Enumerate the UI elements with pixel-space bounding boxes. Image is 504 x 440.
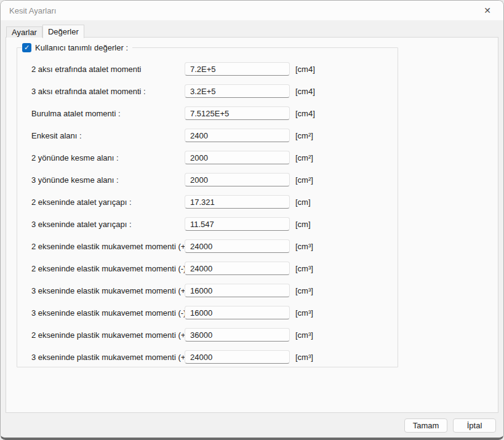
fields-list: 2 aksı etrafında atalet momenti [cm4] 3 … xyxy=(31,62,391,372)
user-defined-values-checkbox[interactable]: ✓ xyxy=(22,43,31,52)
dialog-kesit-ayarlari: Kesit Ayarları ✕ Ayarlar Değerler ✓ Kull… xyxy=(0,0,504,440)
field-row: 3 aksı etrafında atalet momenti : [cm4] xyxy=(31,84,391,98)
field-value-input[interactable] xyxy=(185,173,290,186)
field-label: 3 ekseninde plastik mukavemet momenti (+… xyxy=(31,353,185,362)
window-title: Kesit Ayarları xyxy=(9,6,56,15)
field-row: Enkesit alanı : [cm²] xyxy=(31,129,391,142)
field-value-input[interactable] xyxy=(185,151,290,164)
field-unit: [cm²] xyxy=(295,175,313,185)
field-unit: [cm³] xyxy=(295,242,313,251)
field-label: 3 ekseninde atalet yarıçapı : xyxy=(31,220,185,229)
field-value-input[interactable] xyxy=(185,306,290,319)
field-row: 2 ekseninde plastik mukavemet momenti (+… xyxy=(31,328,391,342)
field-label: 2 yönünde kesme alanı : xyxy=(31,153,185,162)
user-defined-values-group: ✓ Kullanıcı tanımlı değerler : 2 aksı et… xyxy=(17,47,398,367)
field-value-input[interactable] xyxy=(185,239,290,253)
close-icon[interactable]: ✕ xyxy=(475,1,500,20)
field-row: 3 ekseninde elastik mukavemet momenti (+… xyxy=(31,284,391,297)
field-value-input[interactable] xyxy=(185,62,290,76)
tab-page-degerler: ✓ Kullanıcı tanımlı değerler : 2 aksı et… xyxy=(6,37,498,413)
field-label: 3 ekseninde elastik mukavemet momenti (-… xyxy=(31,308,185,318)
tab-strip: Ayarlar Değerler xyxy=(6,25,84,38)
field-label: 2 ekseninde elastik mukavemet momenti (+… xyxy=(31,242,185,251)
footer: Tamam İptal xyxy=(1,413,503,438)
field-value-input[interactable] xyxy=(185,284,290,297)
field-row: Burulma atalet momenti : [cm4] xyxy=(31,106,391,120)
field-value-input[interactable] xyxy=(185,106,290,120)
checkbox-label: Kullanıcı tanımlı değerler : xyxy=(35,43,128,52)
field-value-input[interactable] xyxy=(185,217,290,231)
field-unit: [cm³] xyxy=(295,286,313,295)
field-label: 3 aksı etrafında atalet momenti : xyxy=(31,87,185,96)
field-unit: [cm4] xyxy=(295,87,315,96)
field-label: 2 ekseninde elastik mukavemet momenti (-… xyxy=(31,264,185,273)
field-value-input[interactable] xyxy=(185,350,290,364)
field-label: 2 ekseninde plastik mukavemet momenti (+… xyxy=(31,330,185,340)
field-row: 2 ekseninde atalet yarıçapı : [cm] xyxy=(31,195,391,209)
field-label: 2 aksı etrafında atalet momenti xyxy=(31,65,185,74)
field-unit: [cm³] xyxy=(295,308,313,318)
field-value-input[interactable] xyxy=(185,195,290,209)
cancel-button[interactable]: İptal xyxy=(453,418,496,433)
field-unit: [cm4] xyxy=(295,109,315,118)
field-unit: [cm³] xyxy=(295,330,313,340)
field-row: 2 aksı etrafında atalet momenti [cm4] xyxy=(31,62,391,76)
field-unit: [cm³] xyxy=(295,264,313,273)
tab-ayarlar[interactable]: Ayarlar xyxy=(6,26,42,38)
tab-degerler[interactable]: Değerler xyxy=(42,25,84,38)
field-unit: [cm] xyxy=(295,198,311,207)
titlebar[interactable]: Kesit Ayarları ✕ xyxy=(1,1,503,20)
field-value-input[interactable] xyxy=(185,84,290,98)
field-row: 2 ekseninde elastik mukavemet momenti (+… xyxy=(31,239,391,253)
field-row: 3 ekseninde atalet yarıçapı : [cm] xyxy=(31,217,391,231)
field-unit: [cm4] xyxy=(295,65,315,74)
field-unit: [cm³] xyxy=(295,353,313,362)
ok-button[interactable]: Tamam xyxy=(404,418,447,433)
field-label: 3 ekseninde elastik mukavemet momenti (+… xyxy=(31,286,185,295)
field-value-input[interactable] xyxy=(185,262,290,275)
field-label: Burulma atalet momenti : xyxy=(31,109,185,118)
field-label: Enkesit alanı : xyxy=(31,131,185,140)
field-label: 3 yönünde kesme alanı : xyxy=(31,175,185,185)
field-unit: [cm] xyxy=(295,220,311,229)
field-value-input[interactable] xyxy=(185,129,290,142)
field-row: 3 yönünde kesme alanı : [cm²] xyxy=(31,173,391,186)
field-row: 2 yönünde kesme alanı : [cm²] xyxy=(31,151,391,164)
field-row: 3 ekseninde plastik mukavemet momenti (+… xyxy=(31,350,391,364)
group-legend: ✓ Kullanıcı tanımlı değerler : xyxy=(22,42,132,53)
field-unit: [cm²] xyxy=(295,131,313,140)
field-label: 2 ekseninde atalet yarıçapı : xyxy=(31,198,185,207)
field-unit: [cm²] xyxy=(295,153,313,162)
field-row: 3 ekseninde elastik mukavemet momenti (-… xyxy=(31,306,391,319)
field-value-input[interactable] xyxy=(185,328,290,342)
field-row: 2 ekseninde elastik mukavemet momenti (-… xyxy=(31,262,391,275)
